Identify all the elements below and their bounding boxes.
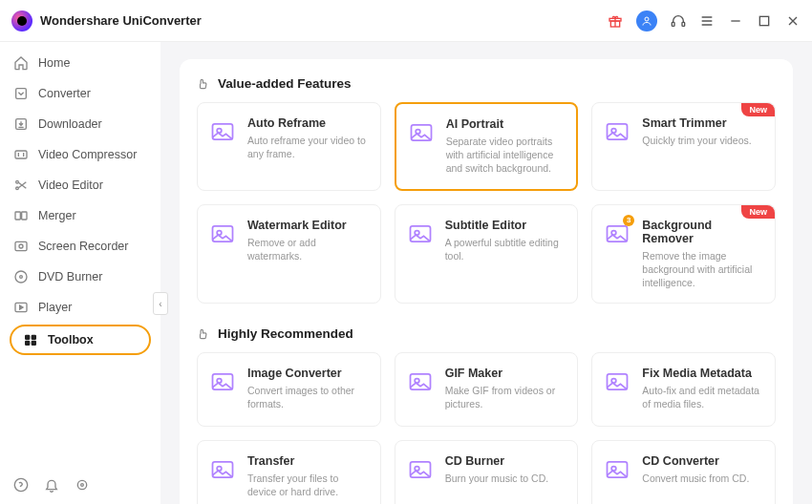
sidebar-item-player[interactable]: Player xyxy=(0,292,160,323)
menu-icon[interactable] xyxy=(699,13,715,29)
tool-desc: Auto-fix and edit metadata of media file… xyxy=(642,384,763,410)
gift-icon[interactable] xyxy=(608,13,623,29)
tool-title: Smart Trimmer xyxy=(642,116,763,130)
headset-icon[interactable] xyxy=(671,13,686,29)
app-title: Wondershare UniConverter xyxy=(40,13,202,28)
sidebar-item-label: Video Compressor xyxy=(38,148,137,161)
sidebar-item-toolbox[interactable]: Toolbox xyxy=(10,325,151,355)
svg-rect-12 xyxy=(22,212,27,220)
tool-title: Image Converter xyxy=(247,367,369,380)
new-badge: New xyxy=(741,103,775,116)
tool-card-subtitle-editor[interactable]: Subtitle EditorA powerful subtitle editi… xyxy=(395,204,579,304)
sidebar-item-dvd-burner[interactable]: DVD Burner xyxy=(0,262,160,292)
tool-title: GIF Maker xyxy=(445,367,566,380)
svg-point-2 xyxy=(645,17,649,21)
tool-icon xyxy=(408,119,435,146)
tool-card-background-remover[interactable]: New3Background RemoverRemove the image b… xyxy=(591,204,776,304)
tool-title: CD Converter xyxy=(642,454,763,468)
svg-point-16 xyxy=(20,276,23,279)
sidebar-item-label: DVD Burner xyxy=(38,270,102,284)
tool-icon xyxy=(407,456,434,483)
disc-icon xyxy=(13,269,29,284)
merge-icon xyxy=(13,208,29,223)
tool-desc: Auto reframe your video to any frame. xyxy=(247,134,369,160)
tool-card-transfer[interactable]: TransferTransfer your files to device or… xyxy=(197,440,381,504)
tool-card-image-converter[interactable]: Image ConverterConvert images to other f… xyxy=(197,352,381,427)
sidebar-item-screen-recorder[interactable]: Screen Recorder xyxy=(0,231,160,262)
sidebar-item-converter[interactable]: Converter xyxy=(0,78,160,109)
tool-card-auto-reframe[interactable]: Auto ReframeAuto reframe your video to a… xyxy=(197,102,381,191)
tool-icon xyxy=(209,118,236,145)
home-icon xyxy=(13,55,29,71)
svg-point-22 xyxy=(14,478,27,491)
title-bar: Wondershare UniConverter xyxy=(0,0,812,42)
sidebar-item-home[interactable]: Home xyxy=(0,48,160,78)
sidebar-item-label: Converter xyxy=(38,87,91,100)
svg-point-24 xyxy=(81,484,84,487)
app-logo-icon xyxy=(11,10,32,32)
sidebar: HomeConverterDownloaderVideo CompressorV… xyxy=(0,42,160,504)
tool-title: AI Portrait xyxy=(446,117,566,131)
svg-rect-6 xyxy=(16,89,27,99)
tool-card-ai-portrait[interactable]: AI PortraitSeparate video portraits with… xyxy=(395,102,579,191)
tool-desc: Remove the image background with artific… xyxy=(642,249,763,290)
tool-icon xyxy=(604,456,630,483)
scissors-icon xyxy=(13,178,29,193)
svg-rect-20 xyxy=(26,341,30,345)
sidebar-item-video-compressor[interactable]: Video Compressor xyxy=(0,139,160,170)
tool-icon xyxy=(604,118,630,145)
sidebar-item-label: Player xyxy=(38,301,72,314)
tool-title: Background Remover xyxy=(642,219,763,245)
sidebar-item-label: Downloader xyxy=(38,117,102,131)
section-title: Highly Recommended xyxy=(218,326,353,341)
sidebar-item-merger[interactable]: Merger xyxy=(0,200,160,231)
tool-card-watermark-editor[interactable]: Watermark EditorRemove or add watermarks… xyxy=(197,204,381,304)
tool-title: Subtitle Editor xyxy=(445,219,566,232)
close-icon[interactable] xyxy=(785,13,801,29)
section-title: Value-added Features xyxy=(218,76,352,91)
tool-desc: Remove or add watermarks. xyxy=(247,236,369,262)
settings-icon[interactable] xyxy=(75,477,90,493)
svg-rect-18 xyxy=(26,335,30,339)
count-badge: 3 xyxy=(623,215,634,226)
tool-icon xyxy=(209,456,236,483)
svg-point-15 xyxy=(15,271,27,283)
thumb-icon xyxy=(197,327,210,341)
minimize-icon[interactable] xyxy=(728,13,743,29)
tool-desc: Convert music from CD. xyxy=(642,472,763,485)
account-icon[interactable] xyxy=(636,10,657,32)
main-content: Value-added FeaturesAuto ReframeAuto ref… xyxy=(160,42,812,504)
tool-card-gif-maker[interactable]: GIF MakerMake GIF from videos or picture… xyxy=(395,352,579,427)
tool-title: Auto Reframe xyxy=(247,116,369,130)
bell-icon[interactable] xyxy=(44,477,59,493)
tool-desc: Separate video portraits with artificial… xyxy=(446,135,566,176)
tool-desc: Make GIF from videos or pictures. xyxy=(445,384,566,410)
svg-rect-13 xyxy=(15,242,27,250)
tool-card-cd-converter[interactable]: CD ConverterConvert music from CD. xyxy=(591,440,776,504)
tool-card-fix-media-metadata[interactable]: Fix Media MetadataAuto-fix and edit meta… xyxy=(591,352,776,427)
tool-title: CD Burner xyxy=(445,454,566,468)
sidebar-item-downloader[interactable]: Downloader xyxy=(0,109,160,139)
tool-icon xyxy=(407,368,434,395)
svg-rect-5 xyxy=(759,16,768,25)
tool-card-cd-burner[interactable]: CD BurnerBurn your music to CD. xyxy=(395,440,579,504)
tool-desc: Convert images to other formats. xyxy=(247,384,369,410)
tool-title: Watermark Editor xyxy=(247,219,369,232)
record-icon xyxy=(13,239,29,254)
collapse-sidebar-icon[interactable]: ‹ xyxy=(153,292,168,315)
thumb-icon xyxy=(197,77,210,91)
tool-title: Fix Media Metadata xyxy=(642,367,763,380)
sidebar-item-label: Screen Recorder xyxy=(38,240,129,253)
maximize-icon[interactable] xyxy=(757,13,772,29)
svg-point-14 xyxy=(19,244,23,248)
compress-icon xyxy=(13,147,29,162)
svg-rect-11 xyxy=(15,212,20,220)
help-icon[interactable] xyxy=(13,477,29,493)
tool-card-smart-trimmer[interactable]: NewSmart TrimmerQuickly trim your videos… xyxy=(591,102,776,191)
sidebar-item-video-editor[interactable]: Video Editor xyxy=(0,170,160,200)
tool-icon xyxy=(209,368,236,395)
tool-desc: Transfer your files to device or hard dr… xyxy=(247,472,369,498)
tool-desc: Quickly trim your videos. xyxy=(642,134,763,147)
svg-rect-3 xyxy=(672,22,674,26)
sidebar-item-label: Merger xyxy=(38,209,76,222)
